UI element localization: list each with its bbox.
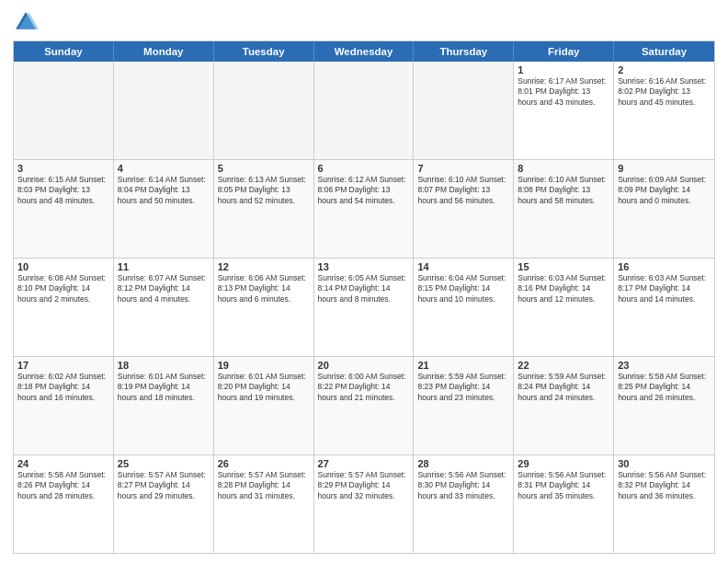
cell-info: Sunrise: 6:09 AM Sunset: 8:09 PM Dayligh… (618, 175, 711, 206)
header-day-friday: Friday (514, 41, 614, 62)
cell-info: Sunrise: 6:10 AM Sunset: 8:08 PM Dayligh… (518, 175, 609, 206)
header-day-saturday: Saturday (614, 41, 714, 62)
empty-cell-0-1 (114, 62, 214, 159)
calendar: SundayMondayTuesdayWednesdayThursdayFrid… (13, 40, 715, 554)
day-cell-3: 3Sunrise: 6:15 AM Sunset: 8:03 PM Daylig… (14, 160, 114, 258)
day-number: 2 (618, 64, 711, 75)
logo-icon (13, 9, 39, 35)
day-number: 4 (118, 163, 210, 174)
cell-info: Sunrise: 5:57 AM Sunset: 8:29 PM Dayligh… (318, 470, 410, 501)
cell-info: Sunrise: 6:16 AM Sunset: 8:02 PM Dayligh… (618, 76, 711, 108)
empty-cell-0-4 (414, 62, 514, 159)
day-number: 21 (417, 360, 509, 371)
day-cell-2: 2Sunrise: 6:16 AM Sunset: 8:02 PM Daylig… (614, 62, 714, 159)
header-day-monday: Monday (114, 41, 214, 62)
cell-info: Sunrise: 5:56 AM Sunset: 8:31 PM Dayligh… (518, 470, 609, 501)
logo (13, 9, 42, 35)
cell-info: Sunrise: 5:56 AM Sunset: 8:30 PM Dayligh… (417, 470, 509, 501)
day-cell-6: 6Sunrise: 6:12 AM Sunset: 8:06 PM Daylig… (314, 160, 415, 258)
day-cell-10: 10Sunrise: 6:08 AM Sunset: 8:10 PM Dayli… (14, 259, 114, 356)
day-number: 19 (218, 360, 310, 371)
cell-info: Sunrise: 6:07 AM Sunset: 8:12 PM Dayligh… (118, 273, 210, 304)
day-cell-29: 29Sunrise: 5:56 AM Sunset: 8:31 PM Dayli… (514, 455, 614, 553)
day-cell-14: 14Sunrise: 6:04 AM Sunset: 8:15 PM Dayli… (414, 259, 514, 356)
day-cell-23: 23Sunrise: 5:58 AM Sunset: 8:25 PM Dayli… (614, 357, 714, 454)
calendar-row-5: 24Sunrise: 5:58 AM Sunset: 8:26 PM Dayli… (14, 455, 714, 553)
day-number: 20 (318, 360, 410, 371)
calendar-row-3: 10Sunrise: 6:08 AM Sunset: 8:10 PM Dayli… (14, 259, 714, 357)
day-number: 14 (417, 261, 509, 272)
day-cell-5: 5Sunrise: 6:13 AM Sunset: 8:05 PM Daylig… (214, 160, 314, 258)
cell-info: Sunrise: 6:03 AM Sunset: 8:17 PM Dayligh… (618, 273, 711, 304)
day-number: 27 (318, 458, 410, 469)
page: SundayMondayTuesdayWednesdayThursdayFrid… (0, 0, 728, 563)
day-cell-18: 18Sunrise: 6:01 AM Sunset: 8:19 PM Dayli… (114, 357, 214, 454)
day-cell-11: 11Sunrise: 6:07 AM Sunset: 8:12 PM Dayli… (114, 259, 214, 356)
cell-info: Sunrise: 6:10 AM Sunset: 8:07 PM Dayligh… (417, 175, 509, 206)
day-number: 10 (17, 261, 109, 272)
day-cell-8: 8Sunrise: 6:10 AM Sunset: 8:08 PM Daylig… (514, 160, 614, 258)
day-cell-12: 12Sunrise: 6:06 AM Sunset: 8:13 PM Dayli… (214, 259, 314, 356)
cell-info: Sunrise: 5:59 AM Sunset: 8:24 PM Dayligh… (518, 372, 609, 403)
day-cell-20: 20Sunrise: 6:00 AM Sunset: 8:22 PM Dayli… (314, 357, 415, 454)
calendar-body: 1Sunrise: 6:17 AM Sunset: 8:01 PM Daylig… (14, 62, 714, 553)
day-cell-26: 26Sunrise: 5:57 AM Sunset: 8:28 PM Dayli… (214, 455, 314, 553)
day-number: 12 (218, 261, 310, 272)
cell-info: Sunrise: 5:59 AM Sunset: 8:23 PM Dayligh… (417, 372, 509, 403)
day-number: 24 (17, 458, 109, 469)
cell-info: Sunrise: 5:58 AM Sunset: 8:25 PM Dayligh… (618, 372, 711, 403)
day-cell-1: 1Sunrise: 6:17 AM Sunset: 8:01 PM Daylig… (514, 62, 614, 159)
cell-info: Sunrise: 5:57 AM Sunset: 8:27 PM Dayligh… (118, 470, 210, 501)
cell-info: Sunrise: 6:03 AM Sunset: 8:16 PM Dayligh… (518, 273, 609, 304)
day-number: 6 (318, 163, 410, 174)
day-cell-4: 4Sunrise: 6:14 AM Sunset: 8:04 PM Daylig… (114, 160, 214, 258)
empty-cell-0-0 (14, 62, 114, 159)
header-day-wednesday: Wednesday (314, 41, 415, 62)
cell-info: Sunrise: 6:01 AM Sunset: 8:20 PM Dayligh… (218, 372, 310, 403)
day-number: 11 (118, 261, 210, 272)
empty-cell-0-2 (214, 62, 314, 159)
calendar-row-2: 3Sunrise: 6:15 AM Sunset: 8:03 PM Daylig… (14, 160, 714, 259)
header-day-thursday: Thursday (414, 41, 514, 62)
cell-info: Sunrise: 6:12 AM Sunset: 8:06 PM Dayligh… (318, 175, 410, 206)
header (13, 9, 715, 35)
cell-info: Sunrise: 6:04 AM Sunset: 8:15 PM Dayligh… (417, 273, 509, 304)
cell-info: Sunrise: 6:05 AM Sunset: 8:14 PM Dayligh… (318, 273, 410, 304)
header-day-tuesday: Tuesday (214, 41, 314, 62)
empty-cell-0-3 (314, 62, 415, 159)
day-number: 17 (17, 360, 109, 371)
day-number: 15 (518, 261, 609, 272)
day-number: 23 (618, 360, 711, 371)
cell-info: Sunrise: 6:13 AM Sunset: 8:05 PM Dayligh… (218, 175, 310, 206)
day-number: 5 (218, 163, 310, 174)
calendar-row-1: 1Sunrise: 6:17 AM Sunset: 8:01 PM Daylig… (14, 62, 714, 160)
day-number: 3 (17, 163, 109, 174)
day-number: 29 (518, 458, 609, 469)
day-number: 7 (417, 163, 509, 174)
cell-info: Sunrise: 5:56 AM Sunset: 8:32 PM Dayligh… (618, 470, 711, 501)
day-cell-15: 15Sunrise: 6:03 AM Sunset: 8:16 PM Dayli… (514, 259, 614, 356)
day-number: 18 (118, 360, 210, 371)
day-number: 9 (618, 163, 711, 174)
day-cell-24: 24Sunrise: 5:58 AM Sunset: 8:26 PM Dayli… (14, 455, 114, 553)
calendar-row-4: 17Sunrise: 6:02 AM Sunset: 8:18 PM Dayli… (14, 357, 714, 455)
cell-info: Sunrise: 6:17 AM Sunset: 8:01 PM Dayligh… (518, 76, 609, 108)
day-cell-17: 17Sunrise: 6:02 AM Sunset: 8:18 PM Dayli… (14, 357, 114, 454)
day-number: 1 (518, 64, 609, 75)
day-number: 22 (518, 360, 609, 371)
cell-info: Sunrise: 6:08 AM Sunset: 8:10 PM Dayligh… (17, 273, 109, 304)
day-number: 26 (218, 458, 310, 469)
day-cell-28: 28Sunrise: 5:56 AM Sunset: 8:30 PM Dayli… (414, 455, 514, 553)
cell-info: Sunrise: 6:15 AM Sunset: 8:03 PM Dayligh… (17, 175, 109, 206)
header-day-sunday: Sunday (14, 41, 114, 62)
day-number: 28 (417, 458, 509, 469)
day-cell-22: 22Sunrise: 5:59 AM Sunset: 8:24 PM Dayli… (514, 357, 614, 454)
day-number: 30 (618, 458, 711, 469)
day-cell-19: 19Sunrise: 6:01 AM Sunset: 8:20 PM Dayli… (214, 357, 314, 454)
day-number: 13 (318, 261, 410, 272)
cell-info: Sunrise: 6:06 AM Sunset: 8:13 PM Dayligh… (218, 273, 310, 304)
cell-info: Sunrise: 5:57 AM Sunset: 8:28 PM Dayligh… (218, 470, 310, 501)
day-cell-16: 16Sunrise: 6:03 AM Sunset: 8:17 PM Dayli… (614, 259, 714, 356)
day-cell-27: 27Sunrise: 5:57 AM Sunset: 8:29 PM Dayli… (314, 455, 415, 553)
cell-info: Sunrise: 6:01 AM Sunset: 8:19 PM Dayligh… (118, 372, 210, 403)
